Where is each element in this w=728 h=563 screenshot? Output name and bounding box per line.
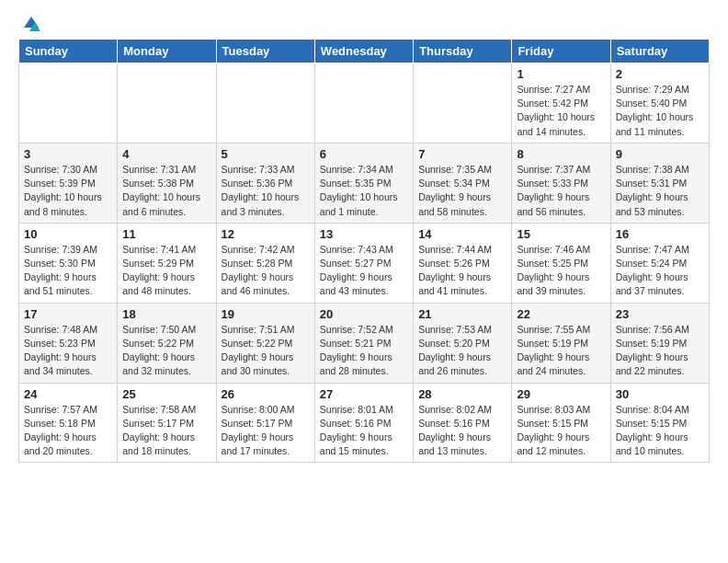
day-number: 19 [222,307,310,321]
calendar-cell [19,63,118,144]
calendar-day-header: Friday [512,40,610,63]
day-number: 30 [616,387,704,401]
day-number: 13 [320,227,408,241]
calendar-week-row: 3Sunrise: 7:30 AM Sunset: 5:39 PM Daylig… [19,143,710,223]
day-number: 16 [616,227,704,241]
calendar-cell: 3Sunrise: 7:30 AM Sunset: 5:39 PM Daylig… [19,143,118,223]
calendar-cell: 6Sunrise: 7:34 AM Sunset: 5:35 PM Daylig… [314,143,413,223]
calendar-cell: 10Sunrise: 7:39 AM Sunset: 5:30 PM Dayli… [19,223,118,303]
calendar-cell: 14Sunrise: 7:44 AM Sunset: 5:26 PM Dayli… [414,223,512,303]
day-number: 25 [122,387,210,401]
day-info: Sunrise: 7:41 AM Sunset: 5:29 PM Dayligh… [122,243,210,299]
day-number: 29 [517,387,605,401]
day-info: Sunrise: 7:35 AM Sunset: 5:34 PM Dayligh… [418,163,506,219]
day-info: Sunrise: 8:04 AM Sunset: 5:15 PM Dayligh… [616,403,704,459]
day-number: 22 [517,307,605,321]
day-number: 4 [122,147,210,161]
calendar-cell: 5Sunrise: 7:33 AM Sunset: 5:36 PM Daylig… [216,143,314,223]
day-info: Sunrise: 8:03 AM Sunset: 5:15 PM Dayligh… [517,403,605,459]
calendar-cell: 9Sunrise: 7:38 AM Sunset: 5:31 PM Daylig… [610,143,709,223]
calendar-cell: 1Sunrise: 7:27 AM Sunset: 5:42 PM Daylig… [512,63,610,144]
page-header [18,15,710,29]
calendar-table: SundayMondayTuesdayWednesdayThursdayFrid… [18,39,710,463]
calendar-cell: 26Sunrise: 8:00 AM Sunset: 5:17 PM Dayli… [216,383,314,463]
calendar-cell: 23Sunrise: 7:56 AM Sunset: 5:19 PM Dayli… [610,303,709,383]
day-number: 20 [320,307,408,321]
calendar-cell: 16Sunrise: 7:47 AM Sunset: 5:24 PM Dayli… [610,223,709,303]
calendar-cell: 29Sunrise: 8:03 AM Sunset: 5:15 PM Dayli… [512,383,610,463]
logo [18,15,40,29]
day-number: 11 [122,227,210,241]
calendar-cell: 19Sunrise: 7:51 AM Sunset: 5:22 PM Dayli… [216,303,314,383]
day-info: Sunrise: 7:27 AM Sunset: 5:42 PM Dayligh… [517,83,605,139]
calendar-cell: 27Sunrise: 8:01 AM Sunset: 5:16 PM Dayli… [314,383,413,463]
day-info: Sunrise: 8:02 AM Sunset: 5:16 PM Dayligh… [418,403,506,459]
day-info: Sunrise: 7:56 AM Sunset: 5:19 PM Dayligh… [616,323,704,379]
day-info: Sunrise: 8:00 AM Sunset: 5:17 PM Dayligh… [222,403,310,459]
calendar-day-header: Wednesday [314,40,413,63]
day-info: Sunrise: 7:57 AM Sunset: 5:18 PM Dayligh… [24,403,112,459]
day-number: 8 [517,147,605,161]
day-number: 28 [418,387,506,401]
day-info: Sunrise: 7:34 AM Sunset: 5:35 PM Dayligh… [320,163,408,219]
day-number: 7 [418,147,506,161]
day-info: Sunrise: 7:38 AM Sunset: 5:31 PM Dayligh… [616,163,704,219]
calendar-week-row: 17Sunrise: 7:48 AM Sunset: 5:23 PM Dayli… [19,303,710,383]
calendar-day-header: Thursday [414,40,512,63]
day-info: Sunrise: 7:29 AM Sunset: 5:40 PM Dayligh… [616,83,704,139]
day-info: Sunrise: 7:58 AM Sunset: 5:17 PM Dayligh… [122,403,210,459]
calendar-day-header: Sunday [19,40,118,63]
day-info: Sunrise: 7:43 AM Sunset: 5:27 PM Dayligh… [320,243,408,299]
day-number: 24 [24,387,112,401]
day-info: Sunrise: 7:31 AM Sunset: 5:38 PM Dayligh… [122,163,210,219]
day-number: 27 [320,387,408,401]
day-number: 5 [222,147,310,161]
day-info: Sunrise: 7:51 AM Sunset: 5:22 PM Dayligh… [222,323,310,379]
calendar-cell: 17Sunrise: 7:48 AM Sunset: 5:23 PM Dayli… [19,303,118,383]
day-number: 21 [418,307,506,321]
day-number: 26 [222,387,310,401]
day-info: Sunrise: 7:33 AM Sunset: 5:36 PM Dayligh… [222,163,310,219]
day-number: 17 [24,307,112,321]
calendar-cell: 18Sunrise: 7:50 AM Sunset: 5:22 PM Dayli… [118,303,216,383]
day-number: 1 [517,67,605,81]
day-info: Sunrise: 7:52 AM Sunset: 5:21 PM Dayligh… [320,323,408,379]
day-info: Sunrise: 7:39 AM Sunset: 5:30 PM Dayligh… [24,243,112,299]
day-number: 23 [616,307,704,321]
calendar-cell: 12Sunrise: 7:42 AM Sunset: 5:28 PM Dayli… [216,223,314,303]
calendar-cell: 25Sunrise: 7:58 AM Sunset: 5:17 PM Dayli… [118,383,216,463]
day-info: Sunrise: 7:48 AM Sunset: 5:23 PM Dayligh… [24,323,112,379]
day-number: 14 [418,227,506,241]
day-number: 18 [122,307,210,321]
calendar-cell: 13Sunrise: 7:43 AM Sunset: 5:27 PM Dayli… [314,223,413,303]
calendar-cell: 11Sunrise: 7:41 AM Sunset: 5:29 PM Dayli… [118,223,216,303]
calendar-day-header: Saturday [610,40,709,63]
calendar-cell [216,63,314,144]
calendar-week-row: 10Sunrise: 7:39 AM Sunset: 5:30 PM Dayli… [19,223,710,303]
day-info: Sunrise: 7:37 AM Sunset: 5:33 PM Dayligh… [517,163,605,219]
day-info: Sunrise: 7:47 AM Sunset: 5:24 PM Dayligh… [616,243,704,299]
day-number: 2 [616,67,704,81]
day-number: 3 [24,147,112,161]
calendar-week-row: 24Sunrise: 7:57 AM Sunset: 5:18 PM Dayli… [19,383,710,463]
day-info: Sunrise: 7:30 AM Sunset: 5:39 PM Dayligh… [24,163,112,219]
calendar-day-header: Tuesday [216,40,314,63]
day-info: Sunrise: 7:50 AM Sunset: 5:22 PM Dayligh… [122,323,210,379]
calendar-cell: 21Sunrise: 7:53 AM Sunset: 5:20 PM Dayli… [414,303,512,383]
day-info: Sunrise: 7:55 AM Sunset: 5:19 PM Dayligh… [517,323,605,379]
day-number: 10 [24,227,112,241]
day-number: 12 [222,227,310,241]
calendar-cell: 7Sunrise: 7:35 AM Sunset: 5:34 PM Daylig… [414,143,512,223]
calendar-cell: 15Sunrise: 7:46 AM Sunset: 5:25 PM Dayli… [512,223,610,303]
day-info: Sunrise: 7:46 AM Sunset: 5:25 PM Dayligh… [517,243,605,299]
day-number: 15 [517,227,605,241]
calendar-cell: 28Sunrise: 8:02 AM Sunset: 5:16 PM Dayli… [414,383,512,463]
calendar-cell [414,63,512,144]
calendar-cell: 4Sunrise: 7:31 AM Sunset: 5:38 PM Daylig… [118,143,216,223]
day-info: Sunrise: 7:42 AM Sunset: 5:28 PM Dayligh… [222,243,310,299]
calendar-cell: 22Sunrise: 7:55 AM Sunset: 5:19 PM Dayli… [512,303,610,383]
calendar-cell: 2Sunrise: 7:29 AM Sunset: 5:40 PM Daylig… [610,63,709,144]
calendar-header-row: SundayMondayTuesdayWednesdayThursdayFrid… [19,40,710,63]
calendar-cell: 24Sunrise: 7:57 AM Sunset: 5:18 PM Dayli… [19,383,118,463]
logo-icon [22,15,40,33]
